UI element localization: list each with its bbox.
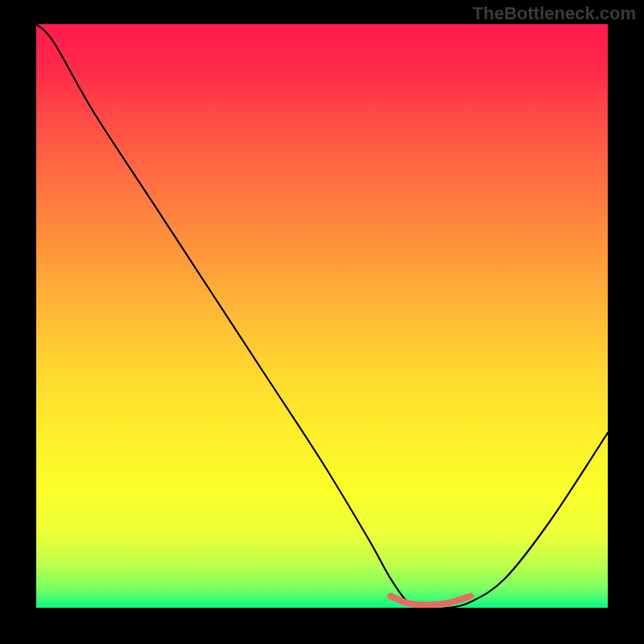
watermark-text: TheBottleneck.com	[473, 3, 636, 24]
bottleneck-curve-line	[36, 24, 608, 608]
plot-area	[36, 24, 608, 608]
chart-svg	[36, 24, 608, 608]
